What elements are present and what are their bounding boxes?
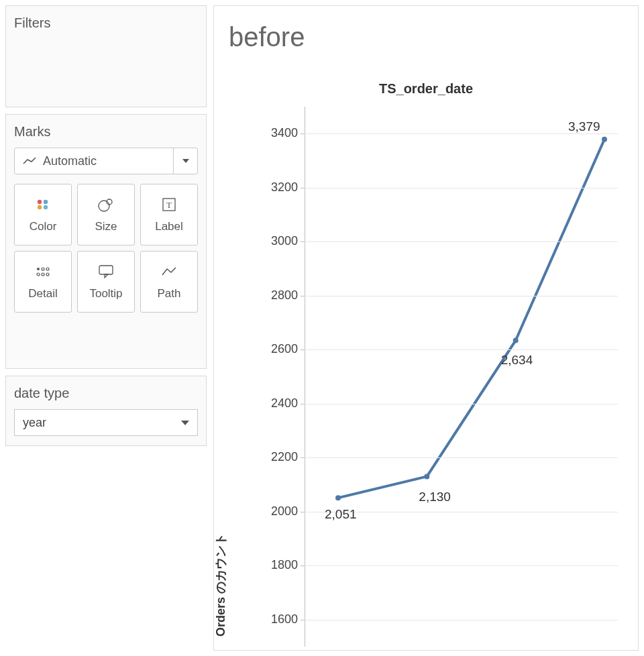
svg-point-4 — [99, 201, 109, 211]
y-tick — [301, 241, 305, 242]
y-tick-label: 2200 — [251, 450, 298, 464]
svg-point-2 — [38, 205, 42, 209]
size-label: Size — [95, 220, 117, 233]
gridline — [305, 188, 618, 188]
y-tick-label: 2000 — [251, 504, 298, 518]
chart-subtitle: TS_order_date — [379, 81, 473, 97]
y-axis-title: Orders のカウント — [213, 533, 229, 637]
svg-point-10 — [46, 268, 49, 270]
y-tick — [301, 296, 305, 296]
gridline — [305, 404, 618, 404]
label-button[interactable]: T Label — [140, 184, 198, 245]
svg-point-12 — [42, 273, 44, 276]
y-tick-label: 1600 — [251, 612, 298, 626]
data-point[interactable] — [513, 338, 519, 343]
y-tick-label: 2600 — [251, 342, 298, 356]
svg-point-11 — [37, 273, 40, 276]
mark-type-label: Automatic — [43, 154, 97, 168]
size-button[interactable]: Size — [77, 184, 135, 245]
tooltip-icon — [97, 263, 115, 280]
chart-area: before TS_order_date Orders のカウント 160018… — [213, 5, 639, 651]
chart-line — [251, 100, 631, 650]
svg-point-9 — [42, 268, 44, 270]
color-label: Color — [30, 220, 57, 233]
date-type-value: year — [23, 416, 46, 430]
y-tick-label: 3000 — [251, 234, 298, 248]
sidebar: Filters Marks Automatic — [0, 0, 212, 656]
y-tick-label: 1800 — [251, 558, 298, 572]
y-tick-label: 2400 — [251, 396, 298, 411]
data-point[interactable] — [335, 495, 341, 500]
y-tick — [301, 565, 305, 566]
detail-icon — [34, 263, 52, 280]
data-label: 3,379 — [568, 119, 600, 134]
filters-title: Filters — [14, 15, 198, 31]
gridline — [305, 349, 618, 350]
path-button[interactable]: Path — [140, 251, 198, 313]
gridline — [305, 457, 618, 458]
y-tick — [301, 133, 305, 134]
y-tick-label: 3400 — [251, 126, 298, 140]
detail-label: Detail — [28, 287, 57, 300]
filters-panel[interactable]: Filters — [5, 5, 207, 107]
color-icon — [34, 196, 52, 213]
y-tick — [301, 404, 305, 404]
label-icon: T — [160, 196, 178, 213]
detail-button[interactable]: Detail — [14, 251, 72, 313]
color-button[interactable]: Color — [14, 184, 72, 245]
y-tick — [301, 188, 305, 188]
svg-point-13 — [46, 273, 49, 276]
y-tick — [301, 512, 305, 512]
svg-point-8 — [37, 268, 40, 270]
size-icon — [97, 196, 115, 213]
label-label: Label — [155, 220, 183, 233]
gridline — [305, 241, 618, 242]
gridline — [305, 296, 618, 296]
y-tick — [301, 349, 305, 350]
path-label: Path — [158, 287, 181, 300]
line-icon — [23, 157, 36, 165]
date-type-title: date type — [14, 386, 198, 401]
y-tick-label: 3200 — [251, 180, 298, 195]
path-icon — [160, 263, 178, 280]
mark-type-dropdown-button[interactable] — [173, 148, 197, 174]
chart-title: before — [229, 22, 305, 52]
gridline — [305, 565, 618, 566]
data-label: 2,051 — [325, 507, 357, 522]
data-point[interactable] — [424, 474, 429, 479]
marks-panel: Marks Automatic — [5, 114, 207, 369]
y-tick — [301, 457, 305, 458]
chevron-down-icon — [181, 421, 189, 425]
mark-type-select[interactable]: Automatic — [14, 148, 198, 174]
data-label: 2,130 — [419, 490, 451, 504]
svg-point-3 — [44, 205, 48, 209]
plot-canvas[interactable]: 1600180020002200240026002800300032003400… — [251, 100, 631, 650]
data-label: 2,634 — [501, 353, 533, 368]
y-tick — [301, 620, 305, 620]
svg-text:T: T — [166, 200, 172, 210]
tooltip-label: Tooltip — [89, 287, 122, 300]
marks-title: Marks — [14, 124, 198, 140]
svg-point-0 — [38, 200, 42, 204]
chevron-down-icon — [182, 159, 189, 163]
svg-point-1 — [44, 200, 48, 204]
gridline — [305, 620, 618, 620]
svg-rect-14 — [99, 266, 113, 274]
mark-type-main[interactable]: Automatic — [15, 148, 173, 174]
y-tick-label: 2800 — [251, 288, 298, 303]
date-type-panel: date type year — [5, 376, 207, 446]
data-point[interactable] — [602, 137, 607, 142]
date-type-select[interactable]: year — [14, 409, 198, 436]
tooltip-button[interactable]: Tooltip — [77, 251, 135, 313]
